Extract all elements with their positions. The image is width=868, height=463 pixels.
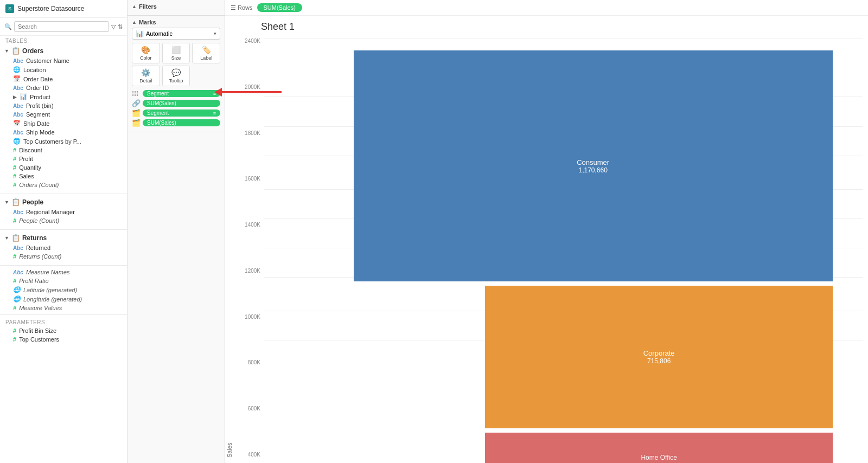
consumer-bar: Consumer 1,170,660 bbox=[354, 50, 833, 281]
detail-icon: ⚙️ bbox=[141, 68, 150, 77]
field-label-profit: Profit bbox=[19, 156, 33, 162]
field-label-customer-name: Customer Name bbox=[26, 57, 69, 64]
type-icon-order-id: Abc bbox=[13, 85, 23, 91]
field-label-location: Location bbox=[23, 67, 46, 73]
field-profit[interactable]: # Profit bbox=[0, 155, 127, 163]
y-tick-2400k: 2400K bbox=[245, 38, 260, 44]
y-tick-1400k: 1400K bbox=[245, 222, 260, 228]
corporate-value: 715,806 bbox=[647, 357, 671, 365]
marks-section: ▲ Marks 📊 Automatic ▾ 🎨 Color ⬜ Size 🏷️ … bbox=[127, 16, 225, 132]
marks-type-label: Automatic bbox=[146, 30, 173, 37]
field-label-order-date: Order Date bbox=[23, 76, 53, 82]
corporate-label: Corporate bbox=[643, 349, 675, 357]
field-top-customers[interactable]: 🌐 Top Customers by P... bbox=[0, 137, 127, 146]
field-latitude[interactable]: 🌐 Latitude (generated) bbox=[0, 285, 127, 294]
field-ship-date[interactable]: 📅 Ship Date bbox=[0, 119, 127, 128]
field-product[interactable]: ▶ 📊 Product bbox=[0, 92, 127, 101]
marks-dropdown-arrow: ▾ bbox=[214, 31, 216, 36]
returns-header[interactable]: ▼ 📋 Returns bbox=[0, 232, 127, 243]
marks-buttons-group: 🎨 Color ⬜ Size 🏷️ Label ⚙️ Detail 💬 Tool… bbox=[132, 43, 220, 86]
field-quantity[interactable]: # Quantity bbox=[0, 163, 127, 172]
type-icon-top-customers-param: # bbox=[13, 336, 16, 343]
field-segment[interactable]: Abc Segment bbox=[0, 110, 127, 119]
marks-type-dropdown[interactable]: 📊 Automatic ▾ bbox=[132, 28, 220, 40]
marks-row-2: 🔗 SUM(Sales) bbox=[132, 99, 220, 107]
detail-button[interactable]: ⚙️ Detail bbox=[132, 66, 160, 86]
field-location[interactable]: 🌐 Location bbox=[0, 65, 127, 74]
field-regional-manager[interactable]: Abc Regional Manager bbox=[0, 208, 127, 216]
size-button[interactable]: ⬜ Size bbox=[162, 43, 190, 63]
field-label-profit-bin: Profit (bin) bbox=[26, 102, 54, 109]
field-returned[interactable]: Abc Returned bbox=[0, 243, 127, 252]
type-icon-top-customers: 🌐 bbox=[13, 138, 21, 145]
field-measure-names[interactable]: Abc Measure Names bbox=[0, 268, 127, 276]
field-returns-count[interactable]: # Returns (Count) bbox=[0, 252, 127, 261]
field-profit-ratio[interactable]: # Profit Ratio bbox=[0, 276, 127, 285]
field-longitude[interactable]: 🌐 Longitude (generated) bbox=[0, 294, 127, 304]
orders-header[interactable]: ▼ 📋 Orders bbox=[0, 45, 127, 56]
field-label-profit-ratio: Profit Ratio bbox=[19, 278, 48, 284]
type-icon-regional-manager: Abc bbox=[13, 209, 23, 215]
y-tick-400k: 400K bbox=[248, 452, 260, 458]
field-profit-bin-size[interactable]: # Profit Bin Size bbox=[0, 326, 127, 335]
y-tick-1200k: 1200K bbox=[245, 268, 260, 274]
tooltip-button[interactable]: 💬 Tooltip bbox=[162, 66, 190, 86]
marks-row-3: 🗂️ Segment ≡ bbox=[132, 109, 220, 117]
field-measure-values[interactable]: # Measure Values bbox=[0, 304, 127, 312]
marks-pill-sumsales-2-label: SUM(Sales) bbox=[147, 120, 176, 126]
type-icon-product: 📊 bbox=[20, 93, 27, 100]
marks-pill-segment-1-label: Segment bbox=[147, 91, 169, 97]
field-discount[interactable]: # Discount bbox=[0, 146, 127, 155]
orders-group: ▼ 📋 Orders Abc Customer Name 🌐 Location … bbox=[0, 45, 127, 189]
datasource-header: S Superstore Datasource bbox=[0, 0, 127, 18]
field-customer-name[interactable]: Abc Customer Name bbox=[0, 56, 127, 65]
type-icon-segment: Abc bbox=[13, 112, 23, 118]
field-label-returned: Returned bbox=[26, 245, 50, 251]
marks-pill-segment-2-label: Segment bbox=[147, 110, 169, 116]
type-icon-profit: # bbox=[13, 156, 16, 162]
consumer-label: Consumer bbox=[577, 158, 609, 166]
filters-title: ▲ Filters bbox=[132, 3, 220, 10]
product-expand-icon: ▶ bbox=[13, 94, 17, 100]
marks-pill-segment-2[interactable]: Segment ≡ bbox=[143, 110, 220, 117]
returns-chevron: ▼ bbox=[4, 235, 9, 241]
field-profit-bin[interactable]: Abc Profit (bin) bbox=[0, 101, 127, 110]
field-orders-count[interactable]: # Orders (Count) bbox=[0, 181, 127, 189]
chart-inner: 2400K 2000K 1800K 1600K 1400K 1200K 1000… bbox=[234, 38, 863, 458]
field-people-count[interactable]: # People (Count) bbox=[0, 216, 127, 225]
divider-1 bbox=[0, 194, 127, 194]
filter-icon[interactable]: ▽ bbox=[111, 23, 116, 30]
search-input[interactable] bbox=[14, 21, 109, 32]
field-ship-mode[interactable]: Abc Ship Mode bbox=[0, 128, 127, 137]
people-header[interactable]: ▼ 📋 People bbox=[0, 196, 127, 208]
type-icon-returned: Abc bbox=[13, 245, 23, 251]
field-label-order-id: Order ID bbox=[26, 85, 49, 91]
color-button[interactable]: 🎨 Color bbox=[132, 43, 160, 63]
field-top-customers-param[interactable]: # Top Customers bbox=[0, 335, 127, 344]
rows-pill[interactable]: SUM(Sales) bbox=[257, 3, 302, 12]
arrow-head bbox=[214, 88, 222, 97]
marks-row-1-icon: ⁞⁞⁞ bbox=[132, 89, 141, 98]
sort-icon[interactable]: ⇅ bbox=[118, 23, 123, 30]
field-label-segment: Segment bbox=[26, 111, 50, 118]
type-icon-profit-bin-size: # bbox=[13, 327, 16, 334]
marks-type-icon: 📊 bbox=[136, 30, 144, 37]
search-bar: 🔍 ▽ ⇅ bbox=[0, 18, 127, 36]
tables-section-label: Tables bbox=[0, 36, 127, 45]
marks-pill-sumsales-1[interactable]: SUM(Sales) bbox=[143, 100, 220, 107]
type-icon-latitude: 🌐 bbox=[13, 286, 21, 293]
marks-pill-segment-1[interactable]: Segment ≡ bbox=[143, 90, 220, 97]
marks-panel: ▲ Filters ▲ Marks 📊 Automatic ▾ 🎨 Color … bbox=[127, 0, 225, 463]
label-label: Label bbox=[200, 55, 212, 61]
sheet-title: Sheet 1 bbox=[234, 21, 863, 33]
field-order-id[interactable]: Abc Order ID bbox=[0, 83, 127, 92]
field-order-date[interactable]: 📅 Order Date bbox=[0, 74, 127, 83]
type-icon-measure-names: Abc bbox=[13, 269, 23, 275]
filters-label: Filters bbox=[139, 3, 157, 10]
marks-pill-sumsales-2[interactable]: SUM(Sales) bbox=[143, 119, 220, 126]
label-button[interactable]: 🏷️ Label bbox=[192, 43, 220, 63]
marks-label: Marks bbox=[139, 19, 156, 25]
type-icon-people-count: # bbox=[13, 217, 16, 224]
field-sales[interactable]: # Sales bbox=[0, 172, 127, 181]
marks-row-3-icon: 🗂️ bbox=[132, 109, 141, 117]
